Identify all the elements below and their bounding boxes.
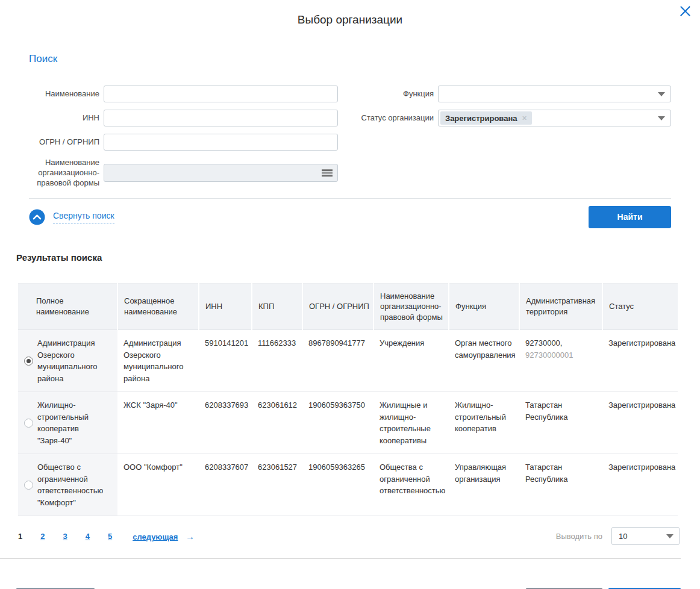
function-field-label: Функция: [338, 89, 434, 99]
cell-ogrn: 8967890941777: [302, 330, 373, 392]
cell-full-name: Общество с ограниченной ответственностью…: [37, 461, 115, 508]
column-header-kpp: КПП: [252, 283, 302, 330]
pagination-current-page: 1: [18, 532, 22, 541]
cell-full-name: Жилищно-строительный кооператив "Заря-40…: [37, 399, 115, 446]
dialog-title: Выбор организации: [0, 0, 700, 26]
footer-divider: [0, 558, 681, 559]
cell-kpp: 111662333: [252, 330, 302, 392]
cell-function: Жилищно-строительный кооператив: [449, 392, 519, 454]
table-header-row: Полное наименование Сокращенное наименов…: [18, 283, 678, 330]
ogrn-field-label: ОГРН / ОГРНИП: [29, 137, 99, 148]
inn-input[interactable]: [104, 110, 338, 126]
column-header-ogrn: ОГРН / ОГРНИП: [302, 283, 373, 330]
cell-territory: Татарстан Республика: [519, 454, 602, 516]
inn-field-label: ИНН: [29, 113, 99, 123]
chevron-down-icon: [658, 92, 665, 96]
cell-kpp: 623061612: [252, 392, 302, 454]
column-header-full-name: Полное наименование: [18, 283, 117, 330]
cell-status: Зарегистрирована: [602, 454, 678, 516]
status-chip: Зарегистрирована ×: [440, 111, 532, 125]
cell-ogrn: 1906059363265: [302, 454, 373, 516]
pagination: 1 2 3 4 5 следующая →: [18, 531, 195, 541]
chevron-up-circle-icon: [29, 209, 45, 225]
legal-form-field-label: Наименование организационно-правовой фор…: [29, 158, 99, 189]
per-page-select[interactable]: 10: [611, 527, 680, 545]
close-icon: [678, 4, 692, 18]
chevron-down-icon: [658, 116, 665, 120]
table-row: Администрация Озерского муниципального р…: [18, 330, 678, 392]
chevron-down-icon: [666, 534, 673, 538]
table-row: Жилищно-строительный кооператив "Заря-40…: [18, 392, 678, 454]
name-field-label: Наименование: [29, 89, 99, 99]
row-radio[interactable]: [24, 357, 33, 366]
cell-short-name: Администрация Озерского муниципального р…: [117, 330, 199, 392]
name-input[interactable]: [104, 86, 338, 102]
status-field-label: Статус организации: [338, 113, 434, 123]
cell-status: Зарегистрирована: [602, 330, 678, 392]
pagination-next-link[interactable]: следующая →: [133, 531, 195, 541]
cell-short-name: ЖСК "Заря-40": [117, 392, 199, 454]
cell-function: Управляющая организация: [449, 454, 519, 516]
row-radio[interactable]: [24, 481, 33, 490]
cell-inn: 5910141201: [199, 330, 252, 392]
cell-inn: 6208337607: [199, 454, 252, 516]
organization-select-dialog: Выбор организации Поиск Наименование Фун…: [0, 0, 700, 589]
search-form: Наименование Функция ИНН Статус организа…: [29, 86, 671, 189]
search-divider: [29, 198, 671, 199]
pagination-page-link[interactable]: 2: [40, 532, 45, 541]
column-header-territory: Административная территория: [519, 283, 602, 330]
results-heading: Результаты поиска: [16, 252, 700, 263]
table-row: Общество с ограниченной ответственностью…: [18, 454, 678, 516]
collapse-search-label: Свернуть поиск: [53, 211, 114, 223]
cell-legal-form: Общества с ограниченной ответственностью: [373, 454, 449, 516]
hamburger-icon: [322, 169, 333, 178]
per-page-value: 10: [619, 532, 627, 541]
cell-status: Зарегистрирована: [602, 392, 678, 454]
ogrn-input[interactable]: [104, 134, 338, 151]
function-select[interactable]: [438, 86, 671, 102]
column-header-inn: ИНН: [199, 283, 252, 330]
right-arrow-icon: →: [186, 531, 195, 541]
column-header-status: Статус: [602, 283, 678, 330]
status-select[interactable]: Зарегистрирована ×: [438, 110, 671, 126]
status-chip-label: Зарегистрирована: [445, 114, 517, 123]
column-header-legal-form: Наименование организационно-правовой фор…: [373, 283, 449, 330]
cell-legal-form: Жилищные и жилищно-строительные кооперат…: [373, 392, 449, 454]
collapse-search-link[interactable]: Свернуть поиск: [29, 209, 114, 225]
pagination-page-link[interactable]: 5: [108, 532, 112, 541]
cell-territory-secondary: 92730000001: [525, 349, 600, 361]
cell-inn: 6208337693: [199, 392, 252, 454]
per-page-label: Выводить по: [556, 532, 602, 541]
cell-ogrn: 1906059363750: [302, 392, 373, 454]
search-heading: Поиск: [29, 53, 671, 65]
column-header-short-name: Сокращенное наименование: [117, 283, 199, 330]
pagination-page-link[interactable]: 3: [63, 532, 67, 541]
legal-form-picker[interactable]: [104, 164, 338, 182]
row-radio[interactable]: [24, 419, 33, 428]
cell-legal-form: Учреждения: [373, 330, 449, 392]
cell-territory: Татарстан Республика: [519, 392, 602, 454]
chip-remove-icon[interactable]: ×: [522, 113, 527, 123]
results-table: Полное наименование Сокращенное наименов…: [18, 283, 678, 517]
cell-territory: 92730000, 92730000001: [519, 330, 602, 392]
cell-kpp: 623061527: [252, 454, 302, 516]
cell-short-name: ООО "Комфорт": [117, 454, 199, 516]
cell-function: Орган местного самоуправления: [449, 330, 519, 392]
pagination-next-label: следующая: [133, 532, 178, 541]
cell-full-name: Администрация Озерского муниципального р…: [37, 337, 115, 384]
find-button[interactable]: Найти: [589, 206, 671, 228]
column-header-function: Функция: [449, 283, 519, 330]
close-button[interactable]: [676, 2, 694, 20]
pagination-page-link[interactable]: 4: [86, 532, 90, 541]
